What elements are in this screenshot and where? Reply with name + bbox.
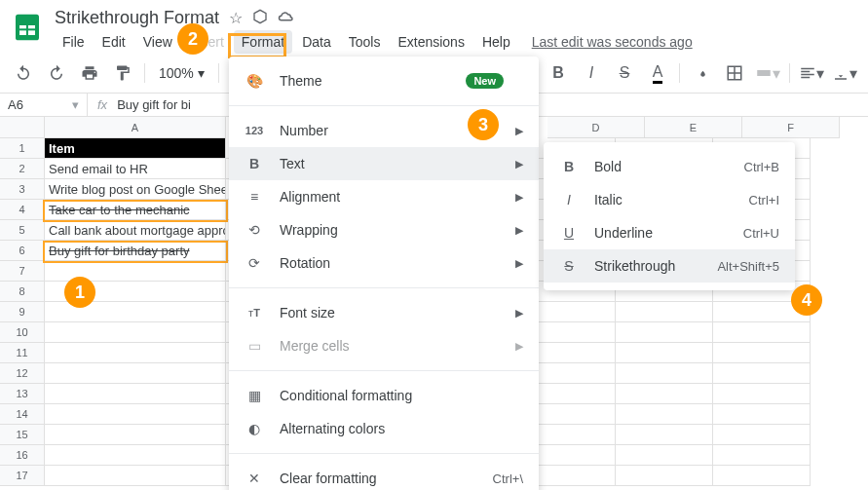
- menu-help[interactable]: Help: [474, 30, 518, 54]
- menu-theme[interactable]: 🎨 Theme New: [229, 64, 539, 97]
- cell[interactable]: [713, 363, 811, 384]
- menu-file[interactable]: File: [55, 30, 93, 54]
- menu-edit[interactable]: Edit: [94, 30, 133, 54]
- borders-button[interactable]: [721, 59, 748, 87]
- row-header-9[interactable]: 9: [0, 302, 45, 322]
- text-icon: B: [245, 154, 264, 173]
- bold-button[interactable]: B: [545, 59, 572, 87]
- undo-button[interactable]: [10, 59, 37, 87]
- horizontal-align-button[interactable]: ▾: [798, 59, 825, 87]
- cell-a4[interactable]: Take car to the mechanic: [45, 200, 226, 220]
- cell-a2[interactable]: Send email to HR: [45, 159, 226, 179]
- submenu-underline[interactable]: U Underline Ctrl+U: [544, 216, 795, 249]
- cell[interactable]: [616, 384, 713, 404]
- cell-a17[interactable]: [45, 466, 226, 486]
- row-header-8[interactable]: 8: [0, 282, 45, 302]
- menu-extensions[interactable]: Extensions: [390, 30, 472, 54]
- menu-view[interactable]: View: [135, 30, 180, 54]
- italic-button[interactable]: I: [578, 59, 605, 87]
- row-header-5[interactable]: 5: [0, 220, 45, 241]
- cell-a6[interactable]: Buy gift for birthday party: [45, 241, 226, 261]
- cell-a16[interactable]: [45, 445, 226, 466]
- paint-format-button[interactable]: [109, 59, 136, 87]
- underline-icon: U: [559, 223, 579, 243]
- cell[interactable]: [616, 322, 713, 343]
- new-badge: New: [466, 73, 504, 89]
- print-button[interactable]: [76, 59, 103, 87]
- merge-button[interactable]: ▾: [754, 59, 781, 87]
- row-header-16[interactable]: 16: [0, 445, 45, 466]
- theme-icon: 🎨: [245, 71, 264, 91]
- vertical-align-button[interactable]: ▾: [831, 59, 858, 87]
- select-all-corner[interactable]: [0, 117, 45, 138]
- row-header-10[interactable]: 10: [0, 322, 45, 343]
- cell-a11[interactable]: [45, 343, 226, 363]
- row-header-7[interactable]: 7: [0, 261, 45, 282]
- sheets-logo[interactable]: [8, 8, 47, 47]
- submenu-bold[interactable]: B Bold Ctrl+B: [544, 150, 795, 183]
- menu-data[interactable]: Data: [294, 30, 339, 54]
- cell[interactable]: [616, 302, 713, 322]
- cell-a3[interactable]: Write blog post on Google Sheets: [45, 179, 226, 200]
- row-header-4[interactable]: 4: [0, 200, 45, 220]
- cell[interactable]: [616, 363, 713, 384]
- menu-wrapping[interactable]: ⟲ Wrapping ▶: [229, 213, 539, 246]
- submenu-italic[interactable]: I Italic Ctrl+I: [544, 183, 795, 216]
- cell-a15[interactable]: [45, 425, 226, 445]
- cloud-icon[interactable]: [278, 10, 295, 27]
- menu-clear-formatting[interactable]: ✕ Clear formatting Ctrl+\: [229, 462, 539, 490]
- cell-a1[interactable]: Item: [45, 138, 226, 159]
- cell[interactable]: [616, 404, 713, 425]
- row-header-15[interactable]: 15: [0, 425, 45, 445]
- cell-a5[interactable]: Call bank about mortgage approval: [45, 220, 226, 241]
- row-header-14[interactable]: 14: [0, 404, 45, 425]
- row-header-1[interactable]: 1: [0, 138, 45, 159]
- cell[interactable]: [616, 445, 713, 466]
- row-header-17[interactable]: 17: [0, 466, 45, 486]
- row-header-2[interactable]: 2: [0, 159, 45, 179]
- fill-color-button[interactable]: [688, 59, 715, 87]
- menu-rotation[interactable]: ⟳ Rotation ▶: [229, 246, 539, 280]
- column-header-e[interactable]: E: [645, 117, 742, 138]
- menu-font-size[interactable]: тT Font size ▶: [229, 296, 539, 329]
- cell[interactable]: [713, 343, 811, 363]
- menu-conditional-formatting[interactable]: ▦ Conditional formatting: [229, 379, 539, 412]
- move-icon[interactable]: [252, 9, 268, 28]
- row-header-12[interactable]: 12: [0, 363, 45, 384]
- cell-reference-input[interactable]: A6▾: [0, 94, 88, 116]
- last-edit-link[interactable]: Last edit was seconds ago: [532, 34, 693, 50]
- cell-a14[interactable]: [45, 404, 226, 425]
- menu-text[interactable]: B Text ▶: [229, 147, 539, 180]
- column-header-d[interactable]: D: [547, 117, 645, 138]
- cell[interactable]: [616, 343, 713, 363]
- submenu-strikethrough[interactable]: S Strikethrough Alt+Shift+5: [544, 249, 795, 283]
- cell[interactable]: [713, 404, 811, 425]
- text-color-button[interactable]: A: [644, 59, 671, 87]
- cell-a13[interactable]: [45, 384, 226, 404]
- cell[interactable]: [713, 384, 811, 404]
- cell-a12[interactable]: [45, 363, 226, 384]
- menu-tools[interactable]: Tools: [341, 30, 389, 54]
- menu-format[interactable]: Format: [234, 30, 292, 54]
- zoom-select[interactable]: 100% ▾: [153, 65, 210, 81]
- menu-alignment[interactable]: ≡ Alignment ▶: [229, 180, 539, 213]
- row-header-6[interactable]: 6: [0, 241, 45, 261]
- cell-a10[interactable]: [45, 322, 226, 343]
- column-header-a[interactable]: A: [45, 117, 226, 138]
- star-icon[interactable]: ☆: [229, 9, 243, 27]
- menu-alternating-colors[interactable]: ◐ Alternating colors: [229, 412, 539, 445]
- cell[interactable]: [713, 466, 811, 486]
- row-header-13[interactable]: 13: [0, 384, 45, 404]
- formula-input[interactable]: Buy gift for bi: [117, 97, 191, 112]
- cell[interactable]: [713, 445, 811, 466]
- column-header-f[interactable]: F: [742, 117, 840, 138]
- cell[interactable]: [616, 466, 713, 486]
- cell[interactable]: [713, 425, 811, 445]
- row-header-11[interactable]: 11: [0, 343, 45, 363]
- cell[interactable]: [616, 425, 713, 445]
- strikethrough-button[interactable]: S: [611, 59, 638, 87]
- menu-merge-cells[interactable]: ▭ Merge cells ▶: [229, 329, 539, 362]
- row-header-3[interactable]: 3: [0, 179, 45, 200]
- redo-button[interactable]: [43, 59, 70, 87]
- cell[interactable]: [713, 322, 811, 343]
